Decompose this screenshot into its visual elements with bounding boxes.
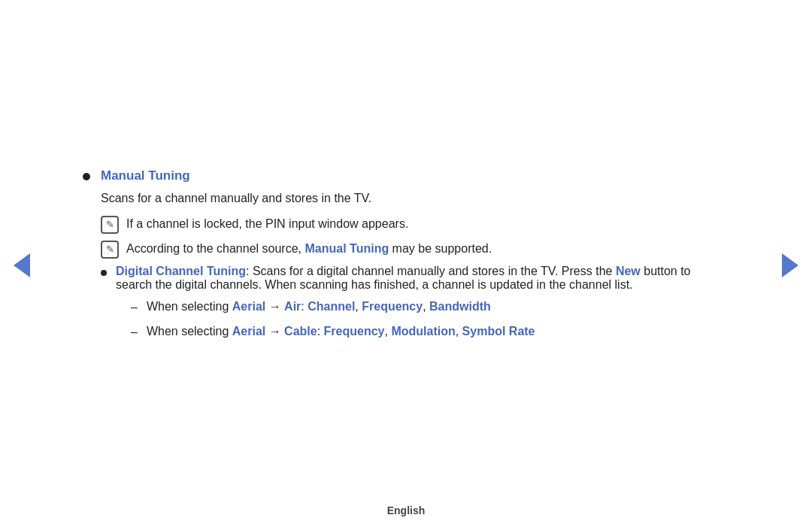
- note2-link: Manual Tuning: [304, 242, 389, 255]
- content-area: Manual Tuning Scans for a channel manual…: [68, 138, 744, 392]
- main-bullet-manual-tuning: Manual Tuning: [83, 168, 729, 183]
- frequency-link-1: Frequency: [362, 300, 423, 313]
- arrow-2: →: [265, 325, 284, 338]
- nav-arrow-right[interactable]: [782, 253, 798, 277]
- dash-list: – When selecting Aerial → Air: Channel, …: [131, 298, 729, 341]
- note-text-1: If a channel is locked, the PIN input wi…: [126, 215, 729, 233]
- cable-link: Cable: [284, 325, 317, 338]
- dash-item-1-text: When selecting Aerial → Air: Channel, Fr…: [147, 298, 491, 316]
- aerial-link-1: Aerial: [232, 300, 265, 313]
- sub-bullet-section: Digital Channel Tuning: Scans for a digi…: [101, 265, 729, 341]
- aerial-link-2: Aerial: [232, 325, 265, 338]
- page-container: Manual Tuning Scans for a channel manual…: [0, 0, 812, 530]
- note-line-2: According to the channel source, Manual …: [101, 240, 729, 259]
- bullet-dot: [83, 173, 90, 180]
- dash-item-2-text: When selecting Aerial → Cable: Frequency…: [147, 323, 535, 341]
- dash-item-1: – When selecting Aerial → Air: Channel, …: [131, 298, 729, 316]
- new-button-label: New: [616, 265, 641, 277]
- bandwidth-link: Bandwidth: [429, 300, 491, 313]
- note2-suffix: may be supported.: [389, 242, 492, 255]
- sub-bullet-digital: Digital Channel Tuning: Scans for a digi…: [101, 265, 729, 292]
- sub-bullet-colon: :: [246, 265, 253, 277]
- dash-symbol-2: –: [131, 323, 138, 341]
- main-description: Scans for a channel manually and stores …: [101, 189, 729, 207]
- sub-bullet-title: Digital Channel Tuning: [116, 265, 246, 277]
- note-text-2: According to the channel source, Manual …: [126, 240, 729, 258]
- modulation-link: Modulation: [391, 325, 455, 338]
- nav-arrow-left[interactable]: [14, 253, 30, 277]
- sub-bullet-content: Digital Channel Tuning: Scans for a digi…: [116, 265, 729, 292]
- note-icon-2: [101, 241, 119, 259]
- arrow-1: →: [265, 300, 284, 313]
- dash-symbol-1: –: [131, 298, 138, 316]
- note2-prefix: According to the channel source,: [126, 242, 304, 255]
- footer-language: English: [387, 504, 426, 516]
- frequency-link-2: Frequency: [324, 325, 385, 338]
- sub-bullet-dot: [101, 270, 107, 276]
- note-line-1: If a channel is locked, the PIN input wi…: [101, 215, 729, 234]
- dash-item-2: – When selecting Aerial → Cable: Frequen…: [131, 323, 729, 341]
- symbol-rate-link: Symbol Rate: [462, 325, 535, 338]
- air-link: Air: [284, 300, 301, 313]
- note-icon-1: [101, 216, 119, 234]
- channel-link: Channel: [308, 300, 355, 313]
- main-bullet-title: Manual Tuning: [101, 168, 190, 183]
